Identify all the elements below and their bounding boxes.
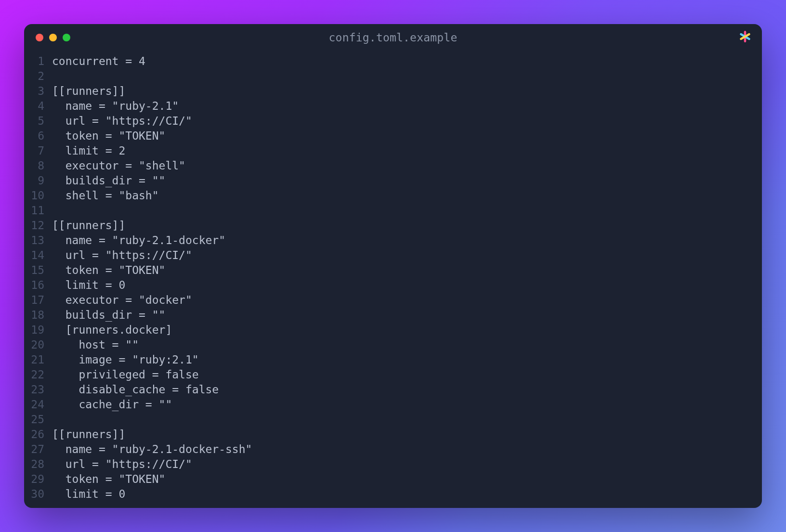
code-line[interactable]: 21 image = "ruby:2.1" (24, 352, 762, 367)
code-line[interactable]: 30 limit = 0 (24, 487, 762, 502)
line-number: 13 (24, 233, 52, 248)
line-number: 22 (24, 367, 52, 382)
line-number: 17 (24, 293, 52, 308)
code-line[interactable]: 20 host = "" (24, 337, 762, 352)
code-text[interactable]: limit = 0 (52, 278, 125, 293)
line-number: 10 (24, 188, 52, 203)
code-line[interactable]: 24 cache_dir = "" (24, 397, 762, 412)
code-line[interactable]: 5 url = "https://CI/" (24, 114, 762, 129)
code-text[interactable]: cache_dir = "" (52, 397, 172, 412)
line-number: 29 (24, 472, 52, 487)
line-number: 25 (24, 412, 52, 427)
code-line[interactable]: 4 name = "ruby-2.1" (24, 99, 762, 114)
line-number: 15 (24, 263, 52, 278)
code-line[interactable]: 14 url = "https://CI/" (24, 248, 762, 263)
line-number: 21 (24, 352, 52, 367)
code-text[interactable]: token = "TOKEN" (52, 472, 165, 487)
code-line[interactable]: 6 token = "TOKEN" (24, 129, 762, 143)
code-text[interactable]: host = "" (52, 337, 139, 352)
line-number: 23 (24, 382, 52, 397)
editor-window: config.toml.example 1concurrent = 423[[r… (24, 24, 762, 508)
code-text[interactable]: url = "https://CI/" (52, 248, 192, 263)
asterisk-icon (739, 30, 751, 45)
window-title: config.toml.example (329, 31, 458, 44)
code-text[interactable]: builds_dir = "" (52, 308, 165, 323)
maximize-button[interactable] (63, 34, 70, 41)
code-text[interactable]: [[runners]] (52, 427, 125, 442)
code-text[interactable]: [runners.docker] (52, 323, 172, 337)
code-line[interactable]: 18 builds_dir = "" (24, 308, 762, 323)
code-text[interactable]: privileged = false (52, 367, 199, 382)
line-number: 14 (24, 248, 52, 263)
code-text[interactable]: limit = 2 (52, 143, 125, 158)
code-text[interactable]: token = "TOKEN" (52, 129, 165, 143)
code-line[interactable]: 23 disable_cache = false (24, 382, 762, 397)
line-number: 4 (24, 99, 52, 114)
code-line[interactable]: 29 token = "TOKEN" (24, 472, 762, 487)
code-text[interactable]: [[runners]] (52, 218, 125, 233)
line-number: 1 (24, 54, 52, 69)
line-number: 2 (24, 69, 52, 84)
code-text[interactable]: shell = "bash" (52, 188, 159, 203)
code-line[interactable]: 28 url = "https://CI/" (24, 457, 762, 472)
line-number: 18 (24, 308, 52, 323)
code-line[interactable]: 26[[runners]] (24, 427, 762, 442)
line-number: 12 (24, 218, 52, 233)
code-line[interactable]: 17 executor = "docker" (24, 293, 762, 308)
line-number: 20 (24, 337, 52, 352)
line-number: 7 (24, 143, 52, 158)
code-line[interactable]: 3[[runners]] (24, 84, 762, 99)
code-text[interactable]: token = "TOKEN" (52, 263, 165, 278)
line-number: 16 (24, 278, 52, 293)
code-line[interactable]: 11 (24, 203, 762, 218)
close-button[interactable] (36, 34, 43, 41)
code-text[interactable]: url = "https://CI/" (52, 457, 192, 472)
line-number: 24 (24, 397, 52, 412)
line-number: 26 (24, 427, 52, 442)
code-line[interactable]: 1concurrent = 4 (24, 54, 762, 69)
code-line[interactable]: 27 name = "ruby-2.1-docker-ssh" (24, 442, 762, 457)
line-number: 19 (24, 323, 52, 337)
line-number: 28 (24, 457, 52, 472)
line-number: 30 (24, 487, 52, 502)
code-text[interactable]: image = "ruby:2.1" (52, 352, 199, 367)
line-number: 6 (24, 129, 52, 143)
code-line[interactable]: 15 token = "TOKEN" (24, 263, 762, 278)
code-line[interactable]: 22 privileged = false (24, 367, 762, 382)
code-line[interactable]: 13 name = "ruby-2.1-docker" (24, 233, 762, 248)
code-line[interactable]: 19 [runners.docker] (24, 323, 762, 337)
line-number: 3 (24, 84, 52, 99)
code-text[interactable]: builds_dir = "" (52, 173, 165, 188)
line-number: 8 (24, 158, 52, 173)
line-number: 5 (24, 114, 52, 129)
window-controls (24, 34, 70, 41)
code-text[interactable]: limit = 0 (52, 487, 125, 502)
code-text[interactable]: disable_cache = false (52, 382, 219, 397)
code-text[interactable]: name = "ruby-2.1-docker" (52, 233, 225, 248)
minimize-button[interactable] (49, 34, 57, 41)
code-text[interactable]: url = "https://CI/" (52, 114, 192, 129)
code-line[interactable]: 7 limit = 2 (24, 143, 762, 158)
code-line[interactable]: 25 (24, 412, 762, 427)
line-number: 9 (24, 173, 52, 188)
code-editor[interactable]: 1concurrent = 423[[runners]]4 name = "ru… (24, 51, 762, 508)
code-text[interactable]: [[runners]] (52, 84, 125, 99)
code-line[interactable]: 12[[runners]] (24, 218, 762, 233)
code-line[interactable]: 8 executor = "shell" (24, 158, 762, 173)
line-number: 11 (24, 203, 52, 218)
code-line[interactable]: 16 limit = 0 (24, 278, 762, 293)
code-line[interactable]: 9 builds_dir = "" (24, 173, 762, 188)
line-number: 27 (24, 442, 52, 457)
titlebar: config.toml.example (24, 24, 762, 51)
code-text[interactable]: name = "ruby-2.1-docker-ssh" (52, 442, 252, 457)
code-line[interactable]: 10 shell = "bash" (24, 188, 762, 203)
code-text[interactable]: executor = "shell" (52, 158, 185, 173)
code-text[interactable]: executor = "docker" (52, 293, 192, 308)
code-line[interactable]: 2 (24, 69, 762, 84)
code-text[interactable]: name = "ruby-2.1" (52, 99, 179, 114)
code-text[interactable]: concurrent = 4 (52, 54, 145, 69)
